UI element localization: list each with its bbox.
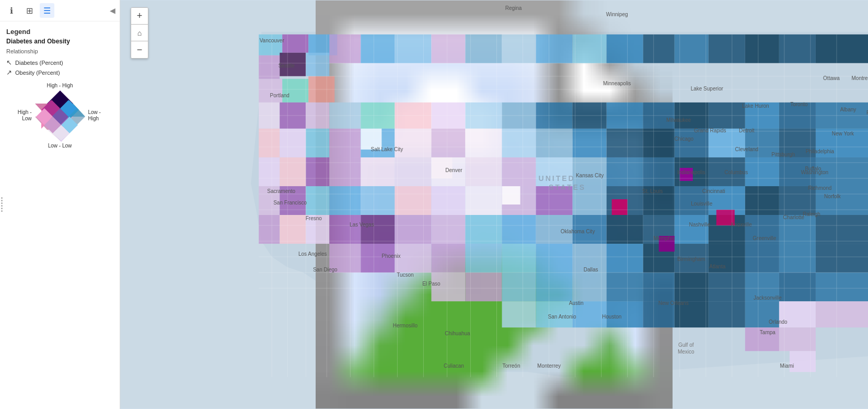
bivariate-diamond bbox=[34, 89, 86, 142]
relationship-label: Relationship bbox=[6, 48, 113, 54]
svg-text:Tampa: Tampa bbox=[760, 330, 776, 335]
svg-text:New York: New York bbox=[832, 131, 854, 137]
legend-content: Legend Diabetes and Obesity Relationship… bbox=[0, 21, 120, 409]
svg-text:Milwaukee: Milwaukee bbox=[666, 117, 691, 123]
zoom-in-button[interactable]: + bbox=[131, 8, 148, 25]
svg-text:Winnipeg: Winnipeg bbox=[606, 12, 628, 17]
svg-text:Torreón: Torreón bbox=[503, 363, 520, 369]
svg-text:Portland: Portland bbox=[270, 93, 290, 98]
svg-text:Lake Huron: Lake Huron bbox=[742, 103, 769, 109]
svg-rect-76 bbox=[536, 129, 573, 157]
svg-rect-164 bbox=[779, 272, 816, 301]
bivariate-legend: High - High High - Low bbox=[6, 83, 113, 149]
map-container[interactable]: + ⌂ − bbox=[120, 0, 868, 409]
svg-rect-165 bbox=[816, 272, 868, 301]
svg-text:Minneapolis: Minneapolis bbox=[603, 81, 631, 86]
svg-text:Chicago: Chicago bbox=[674, 136, 693, 142]
table-icon[interactable]: ⊞ bbox=[22, 3, 37, 18]
svg-rect-35 bbox=[361, 35, 395, 63]
svg-text:Pittsburgh: Pittsburgh bbox=[771, 152, 795, 157]
svg-text:Buffalo: Buffalo bbox=[805, 166, 821, 172]
zoom-out-button[interactable]: − bbox=[131, 41, 148, 58]
list-icon[interactable]: ☰ bbox=[40, 3, 54, 18]
svg-rect-79 bbox=[643, 129, 675, 157]
svg-text:Detroit: Detroit bbox=[739, 128, 755, 133]
svg-rect-48 bbox=[816, 35, 868, 63]
svg-rect-154 bbox=[431, 272, 465, 301]
svg-rect-89 bbox=[361, 157, 395, 186]
svg-rect-90 bbox=[395, 157, 431, 186]
svg-rect-85 bbox=[259, 157, 280, 186]
legend-title: Legend bbox=[6, 28, 113, 36]
svg-rect-109 bbox=[431, 186, 465, 215]
svg-text:San Antonio: San Antonio bbox=[548, 314, 576, 320]
svg-rect-184 bbox=[502, 186, 520, 204]
svg-text:Knoxville: Knoxville bbox=[731, 222, 752, 228]
svg-rect-151 bbox=[745, 244, 779, 272]
svg-text:El Paso: El Paso bbox=[422, 281, 441, 287]
svg-text:Gulf of: Gulf of bbox=[678, 342, 694, 348]
svg-text:Chihuahua: Chihuahua bbox=[445, 331, 470, 336]
svg-text:Austin: Austin bbox=[569, 300, 584, 306]
svg-text:Richmond: Richmond bbox=[808, 185, 831, 191]
resize-handle[interactable] bbox=[0, 195, 122, 214]
svg-rect-160 bbox=[643, 272, 675, 301]
svg-rect-28 bbox=[259, 55, 280, 79]
bivariate-left-label: High - Low bbox=[12, 109, 32, 122]
bivariate-top-label: High - High bbox=[47, 83, 73, 88]
home-button[interactable]: ⌂ bbox=[131, 25, 148, 41]
svg-rect-26 bbox=[282, 35, 308, 53]
info-icon[interactable]: ℹ bbox=[4, 3, 19, 18]
collapse-arrow-icon[interactable]: ◀ bbox=[110, 6, 115, 15]
svg-rect-78 bbox=[607, 129, 643, 157]
svg-text:Mexico: Mexico bbox=[678, 349, 695, 355]
svg-rect-87 bbox=[306, 157, 329, 186]
svg-rect-118 bbox=[745, 186, 779, 215]
svg-rect-121 bbox=[259, 215, 280, 244]
svg-text:Jacksonville: Jacksonville bbox=[754, 295, 782, 301]
svg-rect-70 bbox=[329, 129, 361, 157]
svg-rect-107 bbox=[361, 186, 395, 215]
variable1-arrow-icon: ↖ bbox=[6, 59, 12, 66]
svg-rect-86 bbox=[280, 157, 306, 186]
svg-rect-74 bbox=[465, 129, 502, 157]
svg-rect-124 bbox=[329, 215, 361, 244]
svg-rect-45 bbox=[709, 35, 745, 63]
svg-text:Ottawa: Ottawa bbox=[823, 75, 840, 81]
svg-text:Norfolk: Norfolk bbox=[824, 194, 841, 199]
svg-rect-153 bbox=[816, 244, 868, 272]
variable1-label: Diabetes (Percent) bbox=[15, 60, 63, 66]
svg-rect-179 bbox=[612, 199, 628, 215]
svg-text:Las Vegas: Las Vegas bbox=[350, 222, 374, 228]
legend-panel: ℹ ⊞ ☰ ◀ Legend Diabetes and Obesity Rela… bbox=[0, 0, 120, 409]
svg-text:Memphis: Memphis bbox=[653, 235, 675, 241]
svg-text:UNITED: UNITED bbox=[539, 174, 575, 183]
svg-rect-162 bbox=[709, 272, 745, 301]
svg-text:Montreal: Montreal bbox=[852, 75, 868, 81]
svg-text:San Francisco: San Francisco bbox=[273, 200, 307, 206]
svg-rect-37 bbox=[431, 35, 465, 63]
svg-rect-157 bbox=[536, 272, 573, 301]
svg-rect-128 bbox=[465, 215, 502, 244]
svg-rect-47 bbox=[779, 35, 816, 63]
svg-text:Vancouver: Vancouver bbox=[260, 38, 285, 43]
zoom-controls: + ⌂ − bbox=[131, 7, 148, 59]
variable2-item: ↗ Obesity (Percent) bbox=[6, 69, 113, 76]
svg-rect-143 bbox=[465, 244, 502, 272]
svg-rect-42 bbox=[607, 35, 643, 63]
svg-rect-92 bbox=[465, 157, 502, 186]
svg-text:Greenville: Greenville bbox=[753, 235, 776, 241]
svg-rect-155 bbox=[465, 272, 502, 301]
svg-rect-75 bbox=[502, 129, 536, 157]
map-svg: UNITED STATES Vancouver Seattle Portland… bbox=[120, 0, 868, 409]
svg-rect-73 bbox=[431, 129, 465, 157]
svg-text:Lake Superior: Lake Superior bbox=[691, 86, 724, 92]
svg-text:St. Louis: St. Louis bbox=[642, 188, 663, 194]
svg-text:Los Angeles: Los Angeles bbox=[298, 251, 327, 257]
toolbar: ℹ ⊞ ☰ ◀ bbox=[0, 0, 120, 21]
svg-rect-97 bbox=[643, 157, 675, 186]
svg-rect-142 bbox=[431, 244, 465, 272]
svg-rect-96 bbox=[607, 157, 643, 186]
svg-text:Grand Rapids: Grand Rapids bbox=[694, 128, 726, 133]
svg-text:Culiacan: Culiacan bbox=[444, 363, 464, 369]
